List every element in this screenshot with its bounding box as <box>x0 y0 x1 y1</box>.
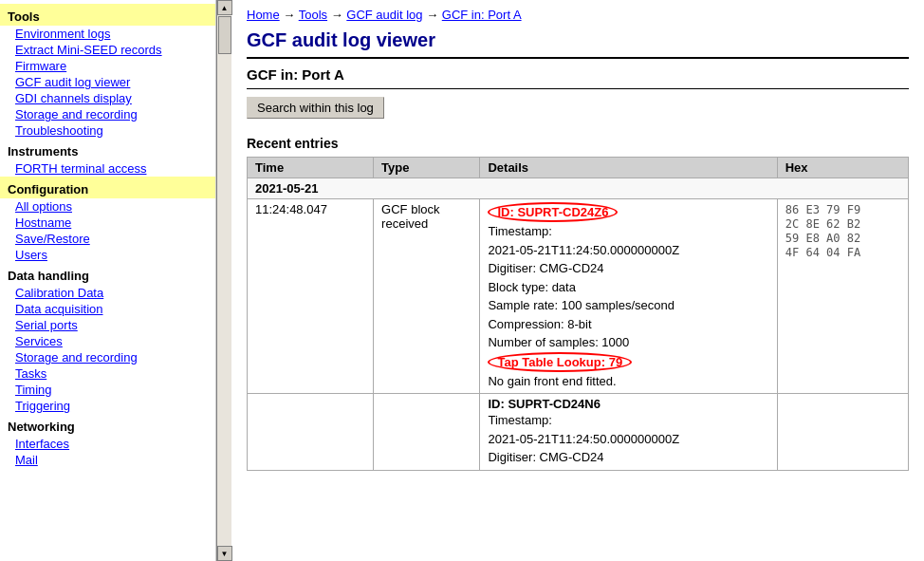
date-cell: 2021-05-21 <box>248 178 909 199</box>
breadcrumb-tools[interactable]: Tools <box>299 8 327 22</box>
sidebar-link-environment-logs[interactable]: Environment logs <box>0 26 215 42</box>
scroll-down-button[interactable]: ▼ <box>217 546 232 561</box>
table-header-row: Time Type Details Hex <box>248 158 909 178</box>
breadcrumb: Home → Tools → GCF audit log → GCF in: P… <box>247 8 909 22</box>
sidebar-link-gdi-channels[interactable]: GDI channels display <box>0 90 215 106</box>
details-cell: ID: SUPRT-CD24Z6 Timestamp: 2021-05-21T1… <box>480 199 777 394</box>
block-type: Block type: data <box>488 278 768 297</box>
table-date-row: 2021-05-21 <box>248 178 909 199</box>
sidebar-link-tasks[interactable]: Tasks <box>0 365 215 382</box>
id-highlight: ID: SUPRT-CD24Z6 <box>488 202 618 222</box>
sidebar-link-users[interactable]: Users <box>0 247 215 263</box>
scroll-up-button[interactable]: ▲ <box>217 0 232 15</box>
sidebar-link-mail[interactable]: Mail <box>0 452 215 468</box>
table-row: ID: SUPRT-CD24N6 Timestamp: 2021-05-21T1… <box>248 394 909 471</box>
sidebar-configuration-title: Configuration <box>0 177 215 198</box>
details-cell2: ID: SUPRT-CD24N6 Timestamp: 2021-05-21T1… <box>480 394 777 471</box>
col-time: Time <box>248 158 374 178</box>
sidebar-link-troubleshooting[interactable]: Troubleshooting <box>0 122 215 139</box>
table-row: 11:24:48.047 GCF block received ID: SUPR… <box>248 199 909 394</box>
entries-title: Recent entries <box>247 136 909 151</box>
sidebar-link-forth-terminal[interactable]: FORTH terminal access <box>0 160 215 177</box>
log-table: Time Type Details Hex 2021-05-21 11:24:4… <box>247 157 909 471</box>
sidebar-instruments-title: Instruments <box>0 139 215 160</box>
type-line1: GCF block <box>381 202 439 216</box>
timestamp-val2: 2021-05-21T11:24:50.000000000Z <box>488 430 768 449</box>
sidebar-link-interfaces[interactable]: Interfaces <box>0 436 215 452</box>
num-samples: Number of samples: 1000 <box>488 333 768 352</box>
timestamp-label: Timestamp: <box>488 222 768 241</box>
sidebar-link-serial-ports[interactable]: Serial ports <box>0 317 215 333</box>
id2: ID: SUPRT-CD24N6 <box>488 397 600 411</box>
time-cell2 <box>248 394 374 471</box>
search-within-log-button[interactable]: Search within this log <box>247 97 384 119</box>
sidebar: Tools Environment logs Extract Mini-SEED… <box>0 0 216 561</box>
no-gain: No gain front end fitted. <box>488 372 768 391</box>
hex-cell2 <box>777 394 908 471</box>
timestamp-label2: Timestamp: <box>488 411 768 430</box>
sidebar-link-triggering[interactable]: Triggering <box>0 398 215 414</box>
sample-rate: Sample rate: 100 samples/second <box>488 296 768 315</box>
section-title: GCF in: Port A <box>247 66 909 83</box>
col-details: Details <box>480 158 777 178</box>
breadcrumb-arrow1: → <box>283 8 295 22</box>
col-hex: Hex <box>777 158 908 178</box>
hex-cell: 86 E3 79 F9 2C 8E 62 B2 59 E8 A0 82 4F 6… <box>777 199 908 394</box>
sidebar-link-data-acquisition[interactable]: Data acquisition <box>0 301 215 317</box>
type-cell: GCF block received <box>374 199 480 394</box>
breadcrumb-arrow3: → <box>426 8 438 22</box>
type-line2: received <box>381 216 428 231</box>
breadcrumb-home[interactable]: Home <box>247 8 280 22</box>
scroll-track[interactable] <box>217 15 231 546</box>
sidebar-link-all-options[interactable]: All options <box>0 198 215 215</box>
sidebar-link-services[interactable]: Services <box>0 333 215 349</box>
hex-values: 86 E3 79 F9 2C 8E 62 B2 59 E8 A0 82 4F 6… <box>785 203 860 259</box>
tap-table-highlight: Tap Table Lookup: 79 <box>488 352 632 372</box>
sidebar-link-timing[interactable]: Timing <box>0 382 215 398</box>
sidebar-link-storage-recording[interactable]: Storage and recording <box>0 106 215 122</box>
sidebar-networking-title: Networking <box>0 414 215 436</box>
scroll-thumb[interactable] <box>218 16 231 54</box>
timestamp-val: 2021-05-21T11:24:50.000000000Z <box>488 241 768 260</box>
page-title: GCF audit log viewer <box>247 29 909 59</box>
time-cell: 11:24:48.047 <box>248 199 374 394</box>
sidebar-link-hostname[interactable]: Hostname <box>0 215 215 231</box>
sidebar-link-firmware[interactable]: Firmware <box>0 58 215 74</box>
scrollbar[interactable]: ▲ ▼ <box>216 0 231 561</box>
digitiser: Digitiser: CMG-CD24 <box>488 259 768 278</box>
sidebar-link-storage-recording2[interactable]: Storage and recording <box>0 349 215 365</box>
compression: Compression: 8-bit <box>488 315 768 334</box>
sidebar-link-extract-miniseed[interactable]: Extract Mini-SEED records <box>0 42 215 58</box>
sidebar-link-gcf-audit[interactable]: GCF audit log viewer <box>0 74 215 90</box>
sidebar-link-save-restore[interactable]: Save/Restore <box>0 231 215 247</box>
breadcrumb-arrow2: → <box>331 8 343 22</box>
main-content: Home → Tools → GCF audit log → GCF in: P… <box>231 0 924 561</box>
title-divider <box>247 88 909 89</box>
sidebar-data-handling-title: Data handling <box>0 263 215 285</box>
breadcrumb-current[interactable]: GCF in: Port A <box>442 8 522 22</box>
sidebar-tools-title: Tools <box>0 4 215 26</box>
sidebar-link-calibration[interactable]: Calibration Data <box>0 285 215 301</box>
digitiser2: Digitiser: CMG-CD24 <box>488 448 768 467</box>
type-cell2 <box>374 394 480 471</box>
breadcrumb-gcf-log[interactable]: GCF audit log <box>346 8 422 22</box>
col-type: Type <box>374 158 480 178</box>
